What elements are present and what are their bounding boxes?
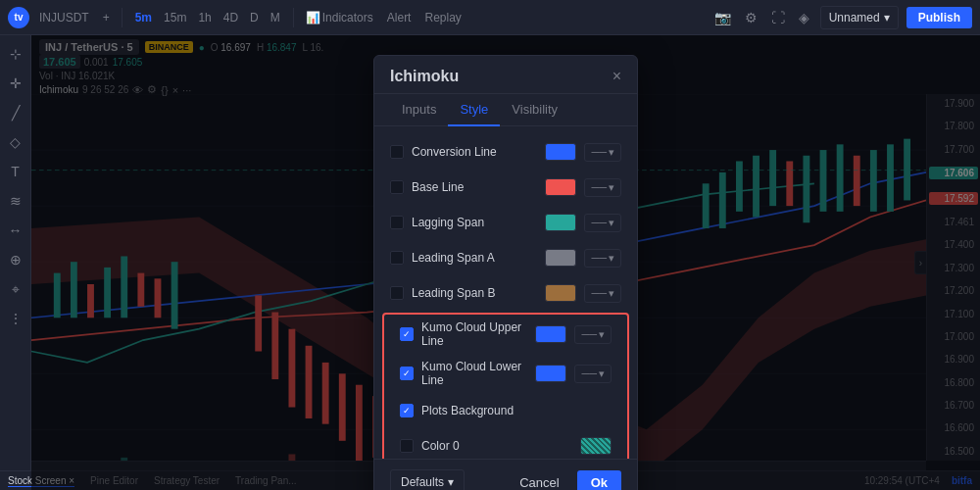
chevron-icon: ▾ [609, 146, 614, 159]
base-line-checkbox[interactable] [390, 180, 404, 194]
chevron-icon-6: ▾ [599, 328, 605, 341]
color-0-row: Color 0 [384, 428, 627, 459]
modal-close-button[interactable]: × [612, 69, 621, 84]
lagging-span-row: Lagging Span ── ▾ [374, 205, 637, 240]
top-bar-right: 📷 ⚙ ⛶ ◈ Unnamed ▾ Publish [711, 6, 972, 29]
lagging-span-color[interactable] [545, 214, 576, 231]
footer-right: Cancel Ok [510, 470, 621, 491]
fibonacci-icon[interactable]: ≋ [3, 188, 28, 214]
kumo-lower-row: Kumo Cloud Lower Line ── ▾ [384, 354, 627, 393]
footer-left: Defaults ▾ [390, 469, 465, 490]
kumo-upper-checkbox[interactable] [400, 327, 414, 341]
top-bar: tv INJUSDT + 5m 15m 1h 4D D M 📊 Indicato… [0, 0, 980, 35]
leading-span-b-checkbox[interactable] [390, 286, 404, 300]
chevron-icon-5: ▾ [609, 287, 614, 300]
base-line-color[interactable] [545, 178, 576, 196]
share-icon-btn[interactable]: ◈ [796, 7, 812, 28]
zoom-icon[interactable]: ⊕ [3, 247, 28, 272]
more-icon[interactable]: ⋮ [3, 306, 28, 331]
base-line-row: Base Line ── ▾ [374, 170, 637, 205]
tf-1h[interactable]: 1h [193, 9, 216, 26]
unnamed-button[interactable]: Unnamed ▾ [820, 6, 899, 29]
leading-span-b-color[interactable] [545, 284, 576, 302]
timeframe-selector: 5m 15m 1h 4D D M [130, 9, 285, 26]
conversion-line-row: Conversion Line ── ▾ [374, 134, 637, 170]
plots-bg-checkbox[interactable] [400, 404, 414, 417]
lagging-span-style-btn[interactable]: ── ▾ [584, 214, 621, 232]
tab-style[interactable]: Style [448, 94, 500, 126]
tf-d[interactable]: D [245, 9, 264, 26]
cancel-button[interactable]: Cancel [510, 470, 568, 491]
base-line-label: Base Line [412, 180, 537, 194]
logo: tv [8, 7, 29, 28]
conversion-line-style-btn[interactable]: ── ▾ [584, 143, 621, 162]
tab-visibility[interactable]: Visibility [500, 94, 569, 126]
magnet-icon[interactable]: ⌖ [3, 276, 28, 302]
kumo-lower-style-btn[interactable]: ── ▾ [574, 365, 612, 383]
text-icon[interactable]: T [3, 159, 28, 184]
defaults-chevron-icon: ▾ [448, 475, 454, 489]
settings-icon-btn[interactable]: ⚙ [742, 7, 760, 28]
shapes-icon[interactable]: ◇ [3, 129, 28, 155]
modal-header: Ichimoku × [374, 56, 637, 94]
ok-button[interactable]: Ok [577, 470, 621, 491]
plots-bg-label: Plots Background [421, 404, 612, 417]
cursor-icon[interactable]: ⊹ [3, 41, 28, 67]
modal-overlay: Ichimoku × Inputs Style Visibility Conve… [31, 35, 980, 490]
leading-span-a-label: Leading Span A [412, 251, 537, 265]
kumo-lower-color[interactable] [535, 365, 566, 382]
defaults-button[interactable]: Defaults ▾ [390, 469, 465, 490]
chevron-down-icon: ▾ [884, 11, 890, 24]
modal-tabs: Inputs Style Visibility [374, 94, 637, 126]
replay-button[interactable]: Replay [420, 9, 465, 26]
conversion-line-checkbox[interactable] [390, 145, 404, 159]
tf-5m[interactable]: 5m [130, 9, 157, 26]
conversion-line-color[interactable] [545, 143, 576, 161]
chart-area: INJ / TetherUS · 5 BINANCE ● O 16.697 H … [31, 35, 980, 490]
highlighted-group: Kumo Cloud Upper Line ── ▾ Kumo Cloud Lo… [382, 313, 629, 459]
kumo-upper-color[interactable] [535, 325, 566, 343]
trend-icon[interactable]: ╱ [3, 100, 28, 125]
lagging-span-checkbox[interactable] [390, 216, 404, 229]
ichimoku-modal: Ichimoku × Inputs Style Visibility Conve… [373, 55, 638, 490]
kumo-lower-checkbox[interactable] [400, 367, 414, 380]
leading-span-a-color[interactable] [545, 249, 576, 267]
tf-m[interactable]: M [266, 9, 285, 26]
kumo-upper-row: Kumo Cloud Upper Line ── ▾ [384, 315, 627, 354]
crosshair-icon[interactable]: ✛ [3, 71, 28, 96]
color-0-label: Color 0 [421, 439, 572, 453]
conversion-line-label: Conversion Line [412, 145, 537, 159]
chevron-icon-2: ▾ [609, 181, 614, 194]
indicators-button[interactable]: 📊 Indicators [302, 9, 377, 26]
kumo-lower-label: Kumo Cloud Lower Line [421, 360, 527, 387]
plots-bg-row: Plots Background [384, 393, 627, 428]
symbol-button[interactable]: INJUSDT [35, 9, 93, 26]
leading-span-b-row: Leading Span B ── ▾ [374, 275, 637, 311]
left-sidebar: ⊹ ✛ ╱ ◇ T ≋ ↔ ⊕ ⌖ ⋮ [0, 35, 31, 490]
separator [122, 8, 122, 27]
leading-span-a-row: Leading Span A ── ▾ [374, 240, 637, 275]
kumo-upper-label: Kumo Cloud Upper Line [421, 320, 527, 348]
camera-icon-btn[interactable]: 📷 [711, 7, 734, 28]
tf-15m[interactable]: 15m [159, 9, 191, 26]
symbol-label: INJUSDT [39, 11, 89, 24]
lagging-span-label: Lagging Span [412, 216, 537, 229]
base-line-style-btn[interactable]: ── ▾ [584, 178, 621, 197]
color-0-checkbox[interactable] [400, 439, 414, 453]
add-symbol-button[interactable]: + [99, 9, 114, 26]
measure-icon[interactable]: ↔ [3, 218, 28, 243]
main-area: ⊹ ✛ ╱ ◇ T ≋ ↔ ⊕ ⌖ ⋮ INJ / TetherUS · 5 B… [0, 35, 980, 490]
kumo-upper-style-btn[interactable]: ── ▾ [574, 325, 612, 344]
modal-body: Conversion Line ── ▾ Base Line ── ▾ Lagg… [374, 126, 637, 459]
alert-button[interactable]: Alert [383, 9, 416, 26]
leading-span-a-style-btn[interactable]: ── ▾ [584, 249, 621, 268]
color-0-swatch[interactable] [580, 437, 612, 455]
leading-span-b-style-btn[interactable]: ── ▾ [584, 284, 621, 303]
leading-span-a-checkbox[interactable] [390, 251, 404, 265]
tab-inputs[interactable]: Inputs [390, 94, 448, 126]
chevron-icon-4: ▾ [609, 252, 614, 265]
publish-button[interactable]: Publish [906, 7, 972, 28]
chevron-icon-7: ▾ [599, 368, 605, 380]
tf-4d[interactable]: 4D [219, 9, 243, 26]
fullscreen-icon-btn[interactable]: ⛶ [768, 7, 788, 28]
